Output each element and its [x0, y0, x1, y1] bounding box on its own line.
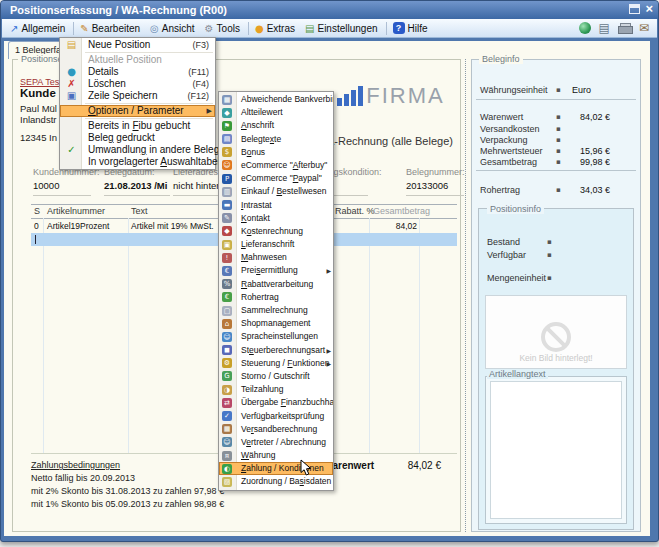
menu-item-label: Löschen	[88, 78, 126, 89]
submenu-item-label: Versandberechnung	[241, 424, 317, 434]
menu-item-label: Neue Position	[88, 39, 150, 50]
payment-terms-line: mit 2% Skonto bis 31.08.2013 zu zahlen 9…	[31, 486, 224, 496]
toolbar-button-extras[interactable]: ●Extras	[251, 22, 301, 35]
submenu-item-storno-gutschrift[interactable]: GStorno / Gutschrift	[219, 370, 333, 383]
submenu-item-label: Abweichende Bankverbindung	[241, 94, 333, 104]
pane-splitter[interactable]	[465, 59, 466, 532]
column-header-artikelnummer[interactable]: Artikelnummer	[47, 206, 105, 216]
submenu-item-altteilewert[interactable]: ◆Altteilewert	[219, 106, 333, 119]
submenu-item-intrastat[interactable]: ▬Intrastat	[219, 199, 333, 212]
beleginfo-value-warenwert: 84,02 €	[580, 112, 610, 122]
payment-terms-link[interactable]: Zahlungsbedingungen	[31, 460, 120, 470]
submenu-item-lieferanschrift[interactable]: ▣Lieferanschrift	[219, 238, 333, 251]
submenu-item-vertreter-abrechnung[interactable]: ☺Vertreter / Abrechnung	[219, 436, 333, 449]
table-cell[interactable]: Artikel19Prozent	[47, 221, 109, 231]
submenu-item-mahnwesen[interactable]: !Mahnwesen	[219, 251, 333, 264]
document-type-title: WA-Rechnung (alle Belege)	[317, 135, 453, 147]
toolbar-button-allgemein[interactable]: ↗Allgemein	[6, 22, 71, 35]
submenu-item-preisermittlung[interactable]: €Preisermittlung▶	[219, 264, 333, 277]
submenu-item-steuerberechnungsart[interactable]: ◼Steuerberechnungsart▶	[219, 344, 333, 357]
submenu-item-label: Teilzahlung	[241, 384, 284, 394]
paypal-icon: P	[222, 174, 232, 184]
toolbar-button-label: Allgemein	[21, 23, 65, 34]
column-header-rabatt[interactable]: Rabatt. %	[335, 206, 375, 216]
menu-item-neue-position[interactable]: ▤Neue Position(F3)	[60, 39, 215, 51]
submenu-item-teilzahlung[interactable]: ◑Teilzahlung	[219, 383, 333, 396]
close-button[interactable]: ×	[645, 4, 653, 14]
toolbar-button-tools[interactable]: ⚙Tools	[201, 22, 246, 35]
submenu-item-abweichende-bankverbindung[interactable]: ▦Abweichende Bankverbindung	[219, 93, 333, 106]
menu-item-label: Details	[88, 66, 119, 77]
payment-terms-line: mit 1% Skonto bis 05.09.2013 zu zahlen 9…	[31, 499, 224, 509]
submenu-item-verfügbarkeitsprüfung[interactable]: ✓Verfügbarkeitsprüfung	[219, 410, 333, 423]
mail-icon[interactable]: ✉	[639, 21, 649, 35]
globe-icon[interactable]	[579, 22, 591, 34]
submenu-item-spracheinstellungen[interactable]: ☺Spracheinstellungen	[219, 330, 333, 343]
toolbar-separator	[248, 22, 249, 35]
positionsinfo-label-verfügbar: Verfügbar	[487, 250, 526, 260]
menu-item-optionen-parameter[interactable]: Optionen / Parameter▶	[60, 105, 215, 117]
menu-item-löschen[interactable]: ✗Löschen(F4)	[60, 78, 215, 90]
help-icon: ?	[393, 22, 405, 34]
table-cell[interactable]: Artikel mit 19% MwSt.	[131, 221, 214, 231]
table-cell[interactable]: 0	[34, 221, 39, 231]
restore-button[interactable]	[629, 4, 640, 14]
beleginfo-value-rohertrag: 34,03 €	[580, 185, 610, 195]
submenu-item-sammelrechnung[interactable]: ▢Sammelrechnung	[219, 304, 333, 317]
toolbar-button-hilfe[interactable]: ?Hilfe	[389, 21, 434, 35]
article-longtext-label: Artikellangtext	[487, 369, 548, 379]
submenu-item-bonus[interactable]: $Bonus	[219, 146, 333, 159]
document-icon[interactable]: ▤	[599, 21, 610, 35]
submenu-item-versandberechnung[interactable]: ▦Versandberechnung	[219, 423, 333, 436]
menu-item-in-vorgelagerter-auswahltabelle-verbergen[interactable]: In vorgelagerter Auswahltabelle verberge…	[60, 156, 215, 168]
submenu-item-währung[interactable]: ¤Währung	[219, 449, 333, 462]
beleginfo-label-rohertrag: Rohertrag	[480, 185, 520, 195]
submenu-item-zahlung-konditionen[interactable]: ◐Zahlung / Konditionen	[219, 462, 333, 475]
delivery-address-icon: ▣	[222, 240, 232, 250]
column-header-gesamtbetrag[interactable]: Gesamtbetrag	[373, 206, 430, 216]
dunning-icon: !	[222, 253, 232, 263]
submenu-item-rohertrag[interactable]: €Rohertrag	[219, 291, 333, 304]
positionsinfo-label-mengeneinheit: Mengeneinheit	[487, 273, 546, 283]
submenu-item-kostenrechnung[interactable]: ◆Kostenrechnung	[219, 225, 333, 238]
beleginfo-value-gesamtbetrag: 99,98 €	[580, 157, 610, 167]
table-cell-gesamtbetrag[interactable]: 84,02	[371, 221, 417, 231]
field-value-belegnummer[interactable]: 20133006	[406, 180, 448, 191]
toolbar-button-label: Ansicht	[162, 23, 195, 34]
toolbar-button-ansicht[interactable]: ◎Ansicht	[146, 22, 201, 35]
column-header-s[interactable]: S	[34, 206, 40, 216]
arrow-up-right-icon: ↗	[10, 23, 18, 34]
toolbar-button-bearbeiten[interactable]: ✎Bearbeiten	[76, 22, 146, 35]
printer-icon[interactable]	[618, 23, 631, 33]
menu-item-umwandlung-in-andere-belegart-möglich[interactable]: ✓Umwandlung in andere Belegart möglich	[60, 144, 215, 156]
field-marker-icon: ▪	[547, 274, 552, 282]
submenu-item-shopmanagement[interactable]: ⌂Shopmanagement	[219, 317, 333, 330]
submenu-item-kontakt[interactable]: ✎Kontakt	[219, 212, 333, 225]
field-marker-icon: ▪	[556, 125, 561, 133]
submenu-item-rabattverarbeitung[interactable]: %Rabattverarbeitung	[219, 278, 333, 291]
field-value-kundennummer[interactable]: 10000	[33, 180, 59, 191]
submenu-item-steuerung-funktionen[interactable]: ⚙Steuerung / Funktionen▶	[219, 357, 333, 370]
field-marker-icon: ▪	[556, 86, 561, 94]
submenu-item-anschrift[interactable]: ⚑Anschrift	[219, 119, 333, 132]
menu-item-details[interactable]: ●Details(F11)	[60, 66, 215, 78]
toolbar-button-einstellungen[interactable]: ▤Einstellungen	[301, 22, 384, 35]
submenu-item-belegtexte[interactable]: ▤Belegtexte	[219, 133, 333, 146]
submenu-item-ecommerce-paypal[interactable]: PeCommerce "Paypal"	[219, 172, 333, 185]
tools-gear-icon: ⚙	[205, 23, 214, 34]
submenu-item-label: Lieferanschrift	[241, 239, 294, 249]
article-longtext-box[interactable]	[485, 376, 627, 524]
submenu-item-einkauf-bestellwesen[interactable]: ▥Einkauf / Bestellwesen	[219, 185, 333, 198]
window-title: Positionserfassung / WA-Rechnung (R00)	[10, 4, 227, 16]
submenu-item-ecommerce-afterbuy[interactable]: ☺eCommerce "Afterbuy"	[219, 159, 333, 172]
menu-item-beleg-gedruckt[interactable]: Beleg gedruckt	[60, 132, 215, 144]
field-value-belegdatum[interactable]: 21.08.2013 /Mi	[104, 180, 167, 191]
save-icon: ▣	[63, 90, 80, 102]
beleginfo-group: Währungseinheit▪EuroWarenwert▪84,02 €Ver…	[471, 59, 641, 532]
submenu-item-übergabe-finanzbuchhaltung[interactable]: ⇄Übergabe Finanzbuchhaltung	[219, 396, 333, 409]
field-marker-icon: ▪	[556, 186, 561, 194]
submenu-item-zuordnung-basisdaten[interactable]: ▨Zuordnung / Basisdaten	[219, 475, 333, 488]
column-header-text[interactable]: Text	[131, 206, 148, 216]
menu-item-zeile-speichern[interactable]: ▣Zeile Speichern(F12)	[60, 90, 215, 102]
menu-item-bereits-in-fibu-gebucht[interactable]: Bereits in Fibu gebucht	[60, 120, 215, 132]
